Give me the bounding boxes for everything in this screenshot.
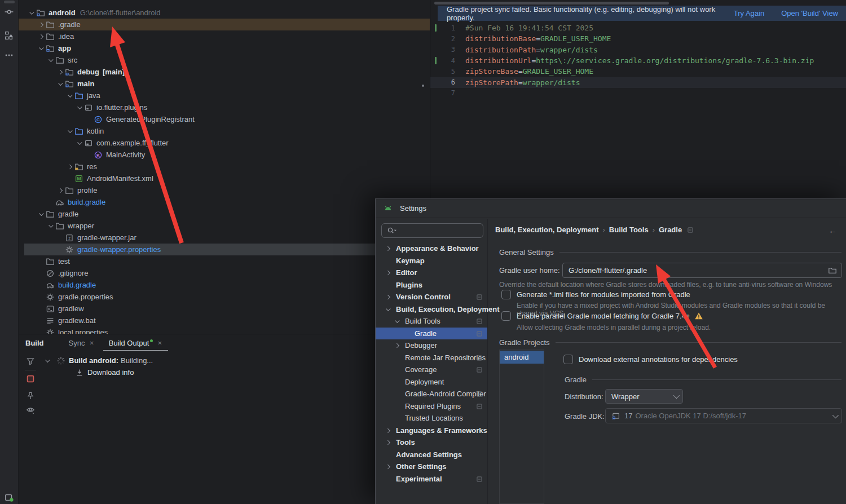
gradle-user-home-input[interactable]: G:/clone/ff-flutter/.gradle [562,263,842,278]
stop-icon[interactable] [26,374,35,383]
chevron-down-icon[interactable] [66,91,74,100]
tree-item-gradle-properties[interactable]: gradle.properties [19,291,430,303]
terminal-notification-icon[interactable] [5,493,14,503]
settings-item-editor[interactable]: Editor [376,267,487,279]
settings-item-appearance[interactable]: Appearance & Behavior [376,242,487,255]
chevron-right-icon[interactable] [56,68,65,76]
filter-icon[interactable] [26,357,35,366]
chevron-down-icon[interactable] [384,305,393,313]
tree-item-app[interactable]: app [19,42,430,54]
settings-item-tools[interactable]: Tools [376,436,487,449]
tree-item-android-manifest[interactable]: AndroidManifest.xml [19,173,430,184]
tree-item-kotlin[interactable]: kotlin [19,125,430,137]
tree-item-gradle-wrapper-jar[interactable]: gradle-wrapper.jar [19,232,430,244]
settings-item-keymap[interactable]: Keymap [376,255,487,267]
settings-item-gradle-android-compiler[interactable]: Gradle-Android Compiler [376,388,487,400]
download-info-row[interactable]: Download info [75,366,153,378]
tree-item-src[interactable]: src [19,54,430,66]
breadcrumb-item[interactable]: Build Tools [609,226,649,234]
chevron-down-icon[interactable] [37,210,46,218]
tree-item-gradle-folder[interactable]: .gradle [19,19,430,30]
settings-search-input[interactable] [381,223,483,238]
settings-item-other-settings[interactable]: Other Settings [376,461,487,473]
tree-item-gradlew[interactable]: gradlew [19,303,430,315]
settings-item-trusted-locations[interactable]: Trusted Locations [376,412,487,425]
commit-icon[interactable] [5,7,14,17]
settings-item-plugins[interactable]: Plugins [376,279,487,291]
tree-item-gitignore[interactable]: .gitignore [19,267,430,279]
breadcrumb-item[interactable]: Gradle [659,226,682,234]
tree-item-main[interactable]: main [19,78,430,90]
chevron-right-icon[interactable] [384,244,393,253]
chevron-down-icon[interactable] [393,317,402,325]
chevron-right-icon[interactable] [37,32,46,41]
chevron-down-icon[interactable] [76,139,84,147]
settings-item-required-plugins[interactable]: Required Plugins [376,400,487,413]
settings-item-version-control[interactable]: Version Control [376,291,487,303]
tree-item-app-build-gradle[interactable]: build.gradle [19,196,430,208]
generate-iml-label[interactable]: Generate *.iml files for modules importe… [517,290,690,299]
tree-item-gradlew-bat[interactable]: gradlew.bat [19,315,430,326]
generate-iml-checkbox[interactable] [501,290,511,299]
parallel-fetch-label[interactable]: Enable parallel Gradle model fetching fo… [517,312,703,320]
eye-icon[interactable] [26,405,35,414]
structure-icon[interactable] [5,31,14,41]
distribution-select[interactable]: Wrapper [605,389,683,404]
close-icon[interactable]: ✕ [89,340,94,346]
chevron-right-icon[interactable] [384,293,393,301]
tree-item-main-activity[interactable]: MainActivity [19,149,430,161]
chevron-down-icon[interactable] [28,8,36,17]
tab-build-output[interactable]: Build Output✕ [103,334,168,351]
tree-item-gradle-wrapper-properties[interactable]: gradle-wrapper.properties [19,244,430,255]
download-annotations-checkbox[interactable] [563,355,573,364]
tree-item-profile[interactable]: profile [19,184,430,196]
tree-item-java[interactable]: java [19,90,430,101]
tree-item-debug[interactable]: debug[main] [19,66,430,78]
settings-item-coverage[interactable]: Coverage [376,364,487,376]
editor-code-area[interactable]: 1#Sun Feb 16 19:41:54 CST 2025 2distribu… [430,23,846,99]
chevron-right-icon[interactable] [37,20,46,29]
settings-item-remote-jar-repositories[interactable]: Remote Jar Repositories [376,352,487,364]
chevron-right-icon[interactable] [384,426,393,435]
gradle-jdk-select[interactable]: 17 Oracle OpenJDK 17 D:/soft/jdk-17 [605,408,842,423]
chevron-right-icon[interactable] [384,268,393,277]
parallel-fetch-checkbox[interactable] [501,311,511,321]
chevron-down-icon[interactable] [43,356,52,365]
chevron-down-icon[interactable] [56,79,65,88]
tree-item-test[interactable]: test [19,255,430,267]
chevron-down-icon[interactable] [37,44,46,52]
list-item-android[interactable]: android [500,351,544,364]
pin-icon[interactable] [26,391,35,400]
tree-item-idea[interactable]: .idea [19,30,430,42]
tree-item-com-example-ff-flutter[interactable]: com.example.ff_flutter [19,137,430,149]
tree-item-gradle-dir[interactable]: gradle [19,208,430,220]
chevron-right-icon[interactable] [56,186,65,194]
breadcrumb-item[interactable]: Build, Execution, Deployment [495,226,598,234]
open-build-view-link[interactable]: Open 'Build' View [781,9,838,17]
settings-item-build-execution-deployment[interactable]: Build, Execution, Deployment [376,303,487,316]
back-arrow-icon[interactable]: ← [829,226,837,235]
chevron-right-icon[interactable] [66,162,74,171]
settings-item-languages-frameworks[interactable]: Languages & Frameworks [376,425,487,437]
close-icon[interactable]: ✕ [157,340,162,346]
settings-item-debugger[interactable]: Debugger [376,339,487,352]
tree-item-res[interactable]: res [19,161,430,173]
tree-item-wrapper[interactable]: wrapper [19,220,430,232]
try-again-link[interactable]: Try Again [734,9,764,17]
tree-item-generated-plugin-registrant[interactable]: GeneratedPluginRegistrant [19,113,430,125]
more-tool-windows-icon[interactable] [5,51,14,60]
tree-item-android-root[interactable]: androidG:\clone\ff-flutter\android [19,7,430,19]
chevron-down-icon[interactable] [66,127,74,135]
editor-scrollbar-horizontal[interactable] [434,2,669,5]
download-annotations-label[interactable]: Download external annotations for depend… [579,355,738,364]
build-status-row[interactable]: Build android: Building... [43,355,153,366]
chevron-right-icon[interactable] [393,341,402,350]
chevron-right-icon[interactable] [384,462,393,471]
tree-item-root-build-gradle[interactable]: build.gradle [19,279,430,291]
settings-item-deployment[interactable]: Deployment [376,376,487,388]
tree-item-local-properties[interactable]: local.properties [19,326,430,334]
settings-item-advanced-settings[interactable]: Advanced Settings [376,449,487,461]
tree-item-io-flutter-plugins[interactable]: io.flutter.plugins [19,101,430,113]
settings-item-gradle-selected[interactable]: Gradle [376,328,487,340]
folder-picker-icon[interactable] [828,266,837,275]
